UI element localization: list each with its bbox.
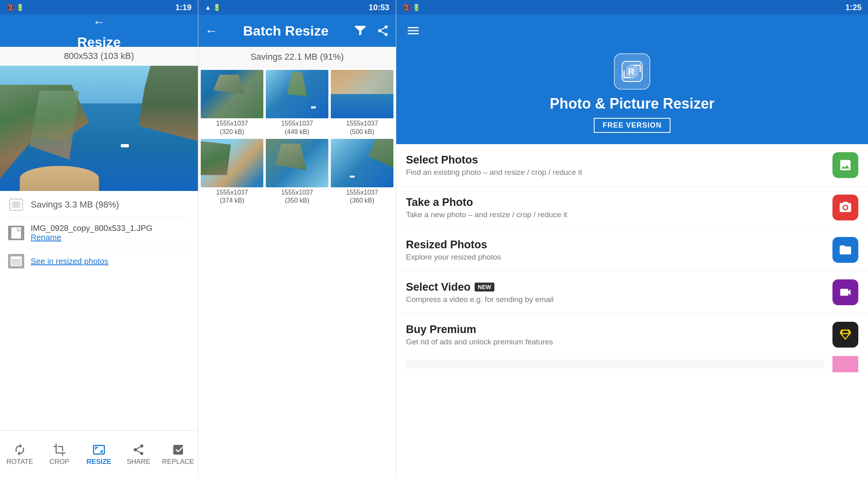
photo-grid: 1555x1037(320 kB) 1555x1037(449 kB) 1555…	[198, 67, 396, 478]
video-icon-purple	[839, 285, 852, 299]
free-version-badge: FREE VERSION	[594, 118, 670, 133]
status-bar-1: 📵 🔋 1:19	[0, 0, 198, 15]
select-video-icon-btn[interactable]	[832, 279, 858, 305]
savings-row: Savings 3.3 MB (98%)	[8, 197, 190, 212]
resize-label: RESIZE	[86, 458, 111, 466]
grid-label-4: 1555x1037(374 kB)	[201, 189, 263, 205]
grid-label-5: 1555x1037(350 kB)	[266, 189, 328, 205]
svg-point-11	[844, 206, 847, 210]
app-title: Photo & Picture Resizer	[550, 95, 715, 112]
buy-premium-icon-btn[interactable]	[832, 322, 858, 348]
savings-header: Savings 22.1 MB (91%)	[198, 47, 396, 67]
filename-text: IMG_0928_copy_800x533_1.JPG	[31, 224, 152, 233]
menu-desc-select-photos: Find an existing photo – and resize / cr…	[406, 168, 824, 177]
menu-list: Select Photos Find an existing photo – a…	[396, 144, 868, 478]
crop-icon	[53, 443, 66, 456]
rotate-label: ROTATE	[6, 458, 33, 466]
app-logo-icon: R	[620, 59, 644, 84]
menu-item-text-select-video: Select Video NEW Compress a video e.g. f…	[406, 281, 824, 304]
svg-rect-8	[11, 259, 21, 265]
menu-item-text-buy-premium: Buy Premium Get rid of ads and unlock pr…	[406, 323, 824, 346]
svg-rect-6	[11, 227, 21, 239]
back-button-1[interactable]: ←	[92, 15, 105, 29]
time-2: 10:53	[369, 3, 389, 12]
take-photo-icon-btn[interactable]	[832, 195, 858, 220]
savings-icon	[8, 197, 24, 212]
photo-preview	[0, 66, 198, 191]
time-3: 1:25	[845, 3, 862, 12]
grid-label-3: 1555x1037(500 kB)	[331, 120, 393, 136]
grid-label-6: 1555x1037(360 kB)	[331, 189, 393, 205]
bottom-bar: ROTATE CROP RESIZE SHARE REPLACE	[0, 430, 198, 478]
camera-icon-red	[839, 201, 852, 214]
time-1: 1:19	[175, 3, 191, 12]
menu-title-select-photos: Select Photos	[406, 154, 824, 166]
savings-text: Savings 3.3 MB (98%)	[31, 199, 119, 210]
compress-icon[interactable]	[354, 24, 367, 37]
gallery-icon-green	[839, 158, 852, 172]
menu-item-text-resized-photos: Resized Photos Explore your resized phot…	[406, 239, 824, 262]
filename-row: IMG_0928_copy_800x533_1.JPG Rename	[8, 224, 190, 242]
menu-item-select-video[interactable]: Select Video NEW Compress a video e.g. f…	[396, 271, 868, 314]
menu-title-resized-photos: Resized Photos	[406, 239, 824, 251]
app-logo: R	[614, 53, 650, 90]
topbar-3	[396, 15, 868, 47]
menu-desc-take-photo: Take a new photo – and resize / crop / r…	[406, 210, 824, 219]
rotate-button[interactable]: ROTATE	[0, 431, 40, 478]
signal-icons-2: ▲ 🔋	[205, 4, 221, 11]
menu-item-buy-premium[interactable]: Buy Premium Get rid of ads and unlock pr…	[396, 314, 868, 356]
status-icons-1: 📵 🔋	[6, 4, 24, 11]
panel-app-menu: 📵 🔋 1:25 R Photo & Picture Resizer FREE …	[396, 0, 868, 478]
menu-item-take-photo[interactable]: Take a Photo Take a new photo – and resi…	[396, 187, 868, 229]
share-button[interactable]: SHARE	[119, 431, 158, 478]
share-label: SHARE	[127, 458, 151, 466]
svg-rect-5	[12, 201, 20, 208]
replace-label: REPLACE	[162, 458, 194, 466]
image-dimensions: 800x533 (103 kB)	[0, 47, 198, 66]
replace-button[interactable]: REPLACE	[158, 431, 198, 478]
rotate-icon	[13, 443, 26, 456]
grid-label-1: 1555x1037(320 kB)	[201, 120, 263, 136]
new-badge: NEW	[475, 283, 494, 291]
info-section: Savings 3.3 MB (98%) IMG_0928_copy_800x5…	[0, 191, 198, 430]
menu-desc-resized-photos: Explore your resized photos	[406, 253, 824, 262]
menu-item-partial	[396, 356, 868, 373]
resized-photos-icon-btn[interactable]	[832, 237, 858, 263]
panel-batch-resize: ▲ 🔋 10:53 ← Batch Resize Savings 22.1 MB…	[198, 0, 396, 478]
panel-resize: 📵 🔋 1:19 ← Resize ngw; M 800x533 (103 k…	[0, 0, 198, 478]
gallery-icon	[8, 254, 24, 268]
menu-item-resized-photos[interactable]: Resized Photos Explore your resized phot…	[396, 229, 868, 271]
menu-desc-buy-premium: Get rid of ads and unlock premium featur…	[406, 338, 824, 346]
grid-item-6[interactable]: 1555x1037(360 kB)	[331, 139, 393, 205]
select-photos-icon-btn[interactable]	[832, 152, 858, 178]
topbar-2: ← Batch Resize	[198, 15, 396, 47]
menu-item-text-take-photo: Take a Photo Take a new photo – and resi…	[406, 196, 824, 219]
back-button-2[interactable]: ←	[205, 23, 218, 38]
diamond-icon-black	[839, 328, 852, 342]
grid-item-1[interactable]: 1555x1037(320 kB)	[201, 70, 263, 136]
menu-item-select-photos[interactable]: Select Photos Find an existing photo – a…	[396, 144, 868, 187]
resize-button[interactable]: RESIZE	[79, 431, 119, 478]
grid-item-4[interactable]: 1555x1037(374 kB)	[201, 139, 263, 205]
rename-link[interactable]: Rename	[31, 233, 152, 242]
grid-item-2[interactable]: 1555x1037(449 kB)	[266, 70, 328, 136]
title-2: Batch Resize	[223, 23, 349, 39]
crop-button[interactable]: CROP	[40, 431, 79, 478]
share-icon-2[interactable]	[376, 24, 389, 37]
svg-text:R: R	[628, 67, 635, 77]
grid-item-3[interactable]: 1555x1037(500 kB)	[331, 70, 393, 136]
menu-title-buy-premium: Buy Premium	[406, 323, 824, 336]
status-bar-3: 📵 🔋 1:25	[396, 0, 868, 15]
grid-label-2: 1555x1037(449 kB)	[266, 120, 328, 136]
file-icon	[8, 226, 24, 240]
menu-icon[interactable]	[406, 23, 420, 38]
crop-label: CROP	[49, 458, 69, 466]
status-bar-2: ▲ 🔋 10:53	[198, 0, 396, 15]
grid-item-5[interactable]: 1555x1037(350 kB)	[266, 139, 328, 205]
resize-icon	[92, 443, 105, 456]
menu-title-select-video: Select Video NEW	[406, 281, 824, 294]
see-resized-link[interactable]: See in resized photos	[31, 257, 108, 266]
app-header: R Photo & Picture Resizer FREE VERSION	[396, 47, 868, 144]
menu-title-take-photo: Take a Photo	[406, 196, 824, 209]
menu-desc-select-video: Compress a video e.g. for sending by ema…	[406, 295, 824, 304]
